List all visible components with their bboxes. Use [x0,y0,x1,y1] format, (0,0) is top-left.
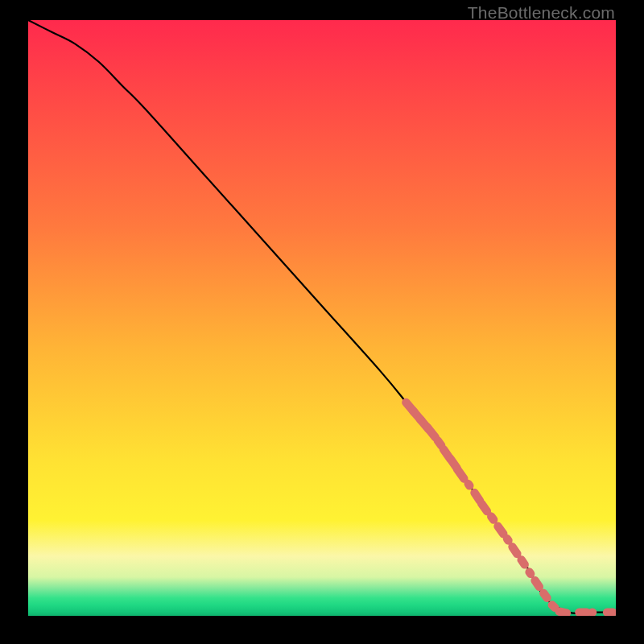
marker-capsule [603,608,616,616]
curve-layer [28,20,616,616]
chart-frame: TheBottleneck.com [0,0,644,644]
highlighted-segment [400,397,616,616]
bottleneck-curve [28,20,616,613]
marker-capsule [588,608,597,616]
plot-area [28,20,616,616]
